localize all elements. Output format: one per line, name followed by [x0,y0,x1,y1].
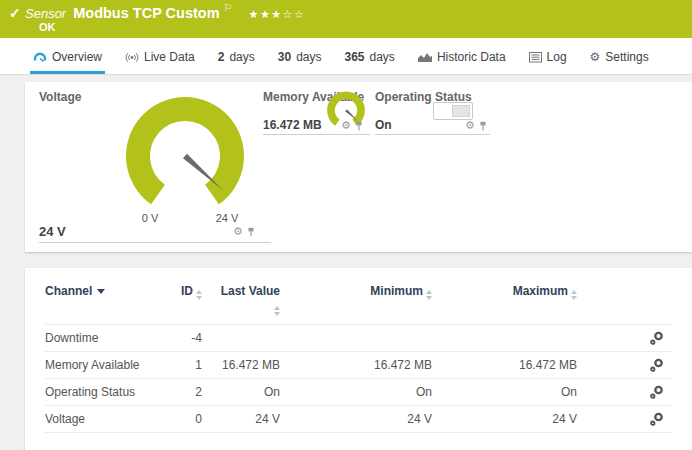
column-header-channel[interactable]: Channel [45,284,170,298]
object-kind-label: Sensor [25,6,66,21]
voltage-gauge-title: Voltage [39,90,81,104]
column-header-id[interactable]: ID [170,284,202,300]
channel-last-value: On [202,385,280,399]
status-badge: OK [39,21,56,33]
channel-id: 2 [170,385,202,399]
tab-log[interactable]: Log [526,50,570,74]
channel-maximum: 16.472 MB [432,358,577,372]
gauge-icon [33,51,47,63]
channel-name: Downtime [45,331,170,345]
gear-icon[interactable]: ⚙ [465,120,475,131]
pin-icon[interactable] [479,121,487,131]
channel-minimum: 16.472 MB [280,358,432,372]
voltage-gauge [110,90,260,220]
tab-settings[interactable]: ⚙ Settings [587,50,652,74]
channel-last-value: 24 V [202,412,280,426]
channels-table-header: Channel ID Last Value Minimum Maximum [45,284,672,316]
channel-name: Operating Status [45,385,170,399]
channel-maximum: 24 V [432,412,577,426]
gauges-panel: Voltage 0 V 24 V 24 V ⚙ Memory Available… [25,82,692,252]
channel-settings-icon[interactable] [649,358,664,373]
sort-icon [274,306,280,316]
gear-icon[interactable]: ⚙ [233,226,243,237]
channel-id: -4 [170,331,202,345]
area-chart-icon [418,52,432,63]
log-list-icon [529,52,542,63]
channel-minimum: 24 V [280,412,432,426]
sensor-status-header: ✓ SensorModbus TCP Custom⚐★★★☆☆ OK [0,0,692,38]
tab-overview[interactable]: Overview [30,50,105,74]
live-signal-icon [125,51,139,64]
channel-name: Voltage [45,412,170,426]
pin-icon[interactable] [247,227,255,237]
column-header-minimum[interactable]: Minimum [280,284,432,300]
tab-30-days[interactable]: 30 days [275,50,325,74]
divider [39,242,271,243]
tab-bar: Overview Live Data 2 days 30 days 365 da… [0,38,692,75]
tab-2-days[interactable]: 2 days [215,50,258,74]
gear-icon[interactable]: ⚙ [341,120,351,131]
channel-id: 0 [170,412,202,426]
channel-minimum: On [280,385,432,399]
voltage-scale-min: 0 V [130,212,170,224]
table-row[interactable]: Downtime -4 [45,324,672,351]
operating-status-actions[interactable]: ⚙ [465,120,487,131]
tab-historic-data[interactable]: Historic Data [415,50,509,74]
channel-name: Memory Available [45,358,170,372]
channel-settings-icon[interactable] [649,412,664,427]
channel-settings-icon[interactable] [649,331,664,346]
table-row[interactable]: Operating Status 2 On On On [45,378,672,405]
divider [375,134,490,135]
column-header-maximum[interactable]: Maximum [432,284,577,300]
voltage-gauge-actions[interactable]: ⚙ [233,226,255,237]
chevron-down-icon [97,289,105,294]
sensor-title: Modbus TCP Custom [73,5,219,21]
channels-panel: Channel ID Last Value Minimum Maximum Do… [25,268,692,450]
channel-settings-icon[interactable] [649,385,664,400]
channel-maximum: On [432,385,577,399]
channels-table-body: Downtime -4 Memory Available 1 16.472 MB… [45,324,672,433]
sort-icon [196,290,202,300]
channel-id: 1 [170,358,202,372]
channel-last-value: 16.472 MB [202,358,280,372]
ok-check-icon: ✓ [9,5,21,21]
voltage-value: 24 V [39,224,66,239]
sort-icon [571,290,577,300]
voltage-scale-max: 24 V [207,212,247,224]
content-area: Voltage 0 V 24 V 24 V ⚙ Memory Available… [0,75,692,450]
tab-live-data[interactable]: Live Data [122,50,198,74]
table-row[interactable]: Voltage 0 24 V 24 V 24 V [45,405,672,433]
memory-gauge-actions[interactable]: ⚙ [341,120,363,131]
priority-stars[interactable]: ★★★☆☆ [249,8,306,20]
operating-status-value: On [375,118,392,132]
gear-icon: ⚙ [590,51,601,63]
table-row[interactable]: Memory Available 1 16.472 MB 16.472 MB 1… [45,351,672,378]
memory-value: 16.472 MB [263,118,322,132]
divider [263,134,370,135]
pin-icon[interactable] [355,121,363,131]
operating-status-switch [433,102,473,120]
tab-365-days[interactable]: 365 days [341,50,397,74]
flag-icon: ⚐ [224,2,233,13]
switch-knob [452,105,470,117]
column-header-last-value[interactable]: Last Value [218,284,280,316]
